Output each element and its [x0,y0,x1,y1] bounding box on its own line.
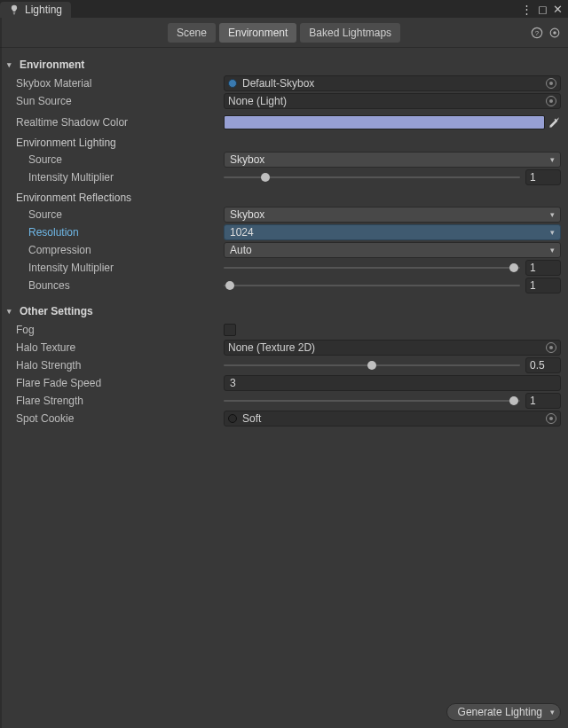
lightbulb-icon [9,4,20,15]
label-halo-strength: Halo Strength [7,359,220,372]
help-icon[interactable]: ? [531,27,543,39]
chevron-down-icon: ▾ [550,708,555,716]
label-realtime-shadow-color: Realtime Shadow Color [7,116,220,129]
label-fog: Fog [7,324,220,336]
window-edge [0,18,2,728]
label-refl-compression: Compression [7,244,220,256]
tab-scene[interactable]: Scene [168,23,216,43]
slider-refl-intensity[interactable] [224,262,520,274]
generate-lighting-button[interactable]: Generate Lighting ▾ [446,703,561,721]
material-icon [228,79,237,88]
chevron-down-icon: ▾ [550,246,555,254]
footer: Generate Lighting ▾ [446,703,561,721]
field-spot-cookie[interactable]: Soft [224,411,561,427]
label-sun-source: Sun Source [7,95,220,107]
dropdown-env-light-source[interactable]: Skybox ▾ [224,152,561,168]
label-skybox-material: Skybox Material [7,77,220,90]
chevron-down-icon: ▾ [550,155,555,164]
dropdown-refl-resolution[interactable]: 1024 ▾ [224,224,561,240]
texture-icon [228,414,237,423]
section-other-settings[interactable]: ▾ Other Settings [7,300,561,321]
titlebar: Lighting ⋮ ◻ ✕ [0,0,568,18]
panel-body: ▾ Environment Skybox Material Default-Sk… [0,48,568,427]
num-halo-strength[interactable]: 0.5 [525,357,561,373]
label-refl-source: Source [7,208,220,221]
subheader-environment-reflections: Environment Reflections [7,186,561,206]
object-picker-icon[interactable] [546,342,556,353]
slider-flare-strength[interactable] [224,395,520,407]
num-env-light-intensity[interactable]: 1 [525,169,561,185]
section-environment[interactable]: ▾ Environment [7,53,561,74]
field-halo-texture[interactable]: None (Texture 2D) [224,340,561,356]
label-refl-bounces: Bounces [7,279,220,292]
window-tab-lighting[interactable]: Lighting [0,2,71,18]
subheader-environment-lighting: Environment Lighting [7,131,561,151]
label-flare-strength: Flare Strength [7,395,220,407]
slider-refl-bounces[interactable] [224,279,520,292]
window-menu-icon[interactable]: ⋮ [521,4,532,15]
window-title: Lighting [25,4,62,16]
tab-baked-lightmaps[interactable]: Baked Lightmaps [300,23,400,43]
chevron-down-icon: ▾ [550,210,555,219]
object-picker-icon[interactable] [546,78,556,89]
svg-text:?: ? [535,28,540,36]
chevron-down-icon: ▾ [550,228,555,237]
lighting-window: Lighting ⋮ ◻ ✕ Scene Environment Baked L… [0,0,568,728]
num-refl-intensity[interactable]: 1 [525,260,561,276]
dropdown-refl-source[interactable]: Skybox ▾ [224,207,561,223]
main-tabs: Scene Environment Baked Lightmaps [168,23,400,43]
dropdown-refl-compression[interactable]: Auto ▾ [224,242,561,258]
foldout-icon: ▾ [7,307,16,316]
object-picker-icon[interactable] [546,413,556,424]
slider-halo-strength[interactable] [224,359,520,372]
label-spot-cookie: Spot Cookie [7,412,220,425]
num-flare-fade-speed[interactable]: 3 [224,375,561,391]
window-close-icon[interactable]: ✕ [553,4,563,15]
field-skybox-material[interactable]: Default-Skybox [224,75,561,91]
label-halo-texture: Halo Texture [7,341,220,354]
toolbar: Scene Environment Baked Lightmaps ? [0,18,568,48]
field-sun-source[interactable]: None (Light) [224,93,561,109]
label-refl-intensity: Intensity Multiplier [7,262,220,274]
object-picker-icon[interactable] [546,96,556,106]
label-env-light-source: Source [7,153,220,166]
window-maximize-icon[interactable]: ◻ [538,4,548,15]
tab-environment[interactable]: Environment [219,23,296,43]
num-refl-bounces[interactable]: 1 [525,278,561,294]
field-realtime-shadow-color[interactable] [224,115,545,129]
label-env-light-intensity: Intensity Multiplier [7,171,220,184]
foldout-icon: ▾ [7,60,16,69]
label-flare-fade-speed: Flare Fade Speed [7,377,220,389]
settings-icon[interactable] [548,27,561,39]
num-flare-strength[interactable]: 1 [525,393,561,409]
slider-env-light-intensity[interactable] [224,171,520,184]
eyedropper-icon[interactable] [548,116,561,129]
svg-point-3 [553,31,556,35]
checkbox-fog[interactable] [224,324,236,336]
label-refl-resolution: Resolution [7,226,220,239]
